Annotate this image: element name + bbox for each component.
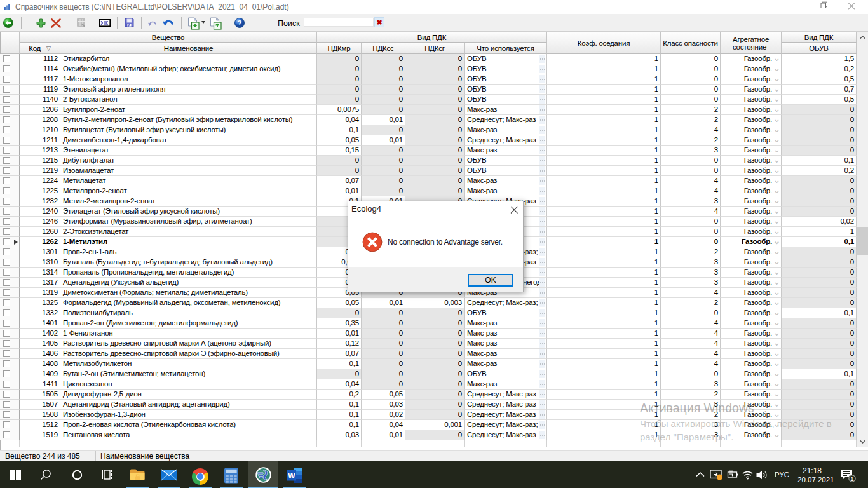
- svg-text:1: 1: [850, 475, 853, 482]
- svg-text:?: ?: [238, 19, 242, 27]
- svg-text:W: W: [288, 471, 295, 480]
